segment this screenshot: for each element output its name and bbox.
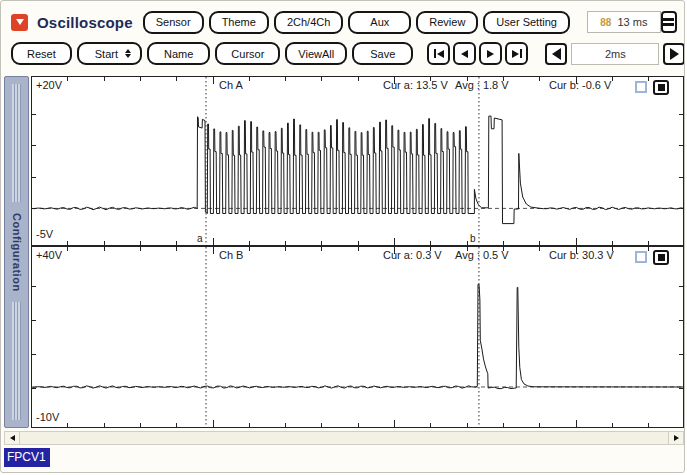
channel-b-waveform[interactable] [31, 246, 684, 428]
page-title: Oscilloscope [37, 14, 133, 31]
horizontal-scrollbar[interactable] [4, 431, 684, 445]
svg-text:a: a [197, 233, 203, 244]
channel-b-plot[interactable]: +40V -10V Ch B Cur a: 0.3 V Avg : 0.5 V … [31, 246, 684, 428]
scrollbar-track[interactable] [20, 432, 668, 444]
skip-end-button[interactable] [505, 42, 528, 65]
timebase-increase-button[interactable] [663, 43, 685, 65]
chb-cursor-a-readout: Cur a: 0.3 V [383, 249, 442, 261]
timebase-value[interactable]: 2ms [571, 43, 659, 65]
status-badge: FPCV1 [4, 448, 50, 467]
cha-y-min-label: -5V [36, 228, 53, 240]
aux-button[interactable]: Aux [348, 11, 411, 34]
elapsed-time-display: 88 13 ms [587, 11, 661, 33]
user-setting-button[interactable]: User Setting [483, 11, 570, 34]
cha-y-max-label: +20V [36, 79, 62, 91]
channel-a-plot[interactable]: ab +20V -5V Ch A Cur a: 13.5 V Avg : 1.8… [31, 76, 684, 246]
window-menu-icon[interactable] [661, 11, 677, 33]
review-button[interactable]: Review [416, 11, 478, 34]
configuration-panel-tab[interactable]: Configuration [4, 76, 29, 428]
channel-mode-button[interactable]: 2Ch/4Ch [274, 11, 343, 34]
step-back-button[interactable] [453, 42, 476, 65]
start-button[interactable]: Start [77, 42, 142, 65]
configuration-label: Configuration [11, 213, 23, 292]
chb-visibility-checkbox[interactable] [635, 251, 647, 263]
name-button[interactable]: Name [147, 42, 210, 65]
app-dropdown-icon[interactable] [11, 14, 28, 31]
timebase-decrease-button[interactable] [545, 43, 567, 65]
playback-controls [427, 42, 531, 65]
reset-button[interactable]: Reset [11, 42, 72, 65]
toolbar-bottom: Reset Start Name Cursor ViewAll Save 2ms [11, 41, 677, 66]
scroll-right-button[interactable] [668, 432, 683, 444]
cha-cursor-b-readout: Cur b: -0.6 V [549, 79, 611, 91]
viewall-button[interactable]: ViewAll [285, 42, 347, 65]
sensor-button[interactable]: Sensor [143, 11, 204, 34]
cha-cursor-a-readout: Cur a: 13.5 V [383, 79, 448, 91]
chb-avg-readout: Avg : 0.5 V [455, 249, 509, 261]
step-forward-button[interactable] [479, 42, 502, 65]
cha-name-label: Ch A [219, 79, 243, 91]
chb-color-button[interactable] [653, 250, 669, 265]
scroll-left-button[interactable] [5, 432, 20, 444]
elapsed-time-value: 13 ms [617, 16, 647, 28]
save-button[interactable]: Save [352, 42, 413, 65]
toolbar-top: Oscilloscope Sensor Theme 2Ch/4Ch Aux Re… [11, 10, 677, 34]
cha-avg-readout: Avg : 1.8 V [455, 79, 509, 91]
timebase-control: 2ms [545, 43, 685, 65]
chb-cursor-b-readout: Cur b: 30.3 V [549, 249, 614, 261]
timer-icon: 88 [600, 17, 611, 28]
cha-visibility-checkbox[interactable] [635, 81, 647, 93]
chb-y-min-label: -10V [36, 411, 59, 423]
start-spinner-icon[interactable] [125, 49, 131, 58]
skip-start-button[interactable] [427, 42, 450, 65]
chb-y-max-label: +40V [36, 249, 62, 261]
chb-name-label: Ch B [219, 249, 243, 261]
theme-button[interactable]: Theme [209, 11, 269, 34]
channel-a-waveform[interactable]: ab [31, 76, 684, 246]
oscilloscope-window: Oscilloscope Sensor Theme 2Ch/4Ch Aux Re… [0, 0, 685, 473]
svg-text:b: b [470, 233, 476, 244]
cursor-button[interactable]: Cursor [215, 42, 280, 65]
cha-color-button[interactable] [653, 80, 669, 95]
